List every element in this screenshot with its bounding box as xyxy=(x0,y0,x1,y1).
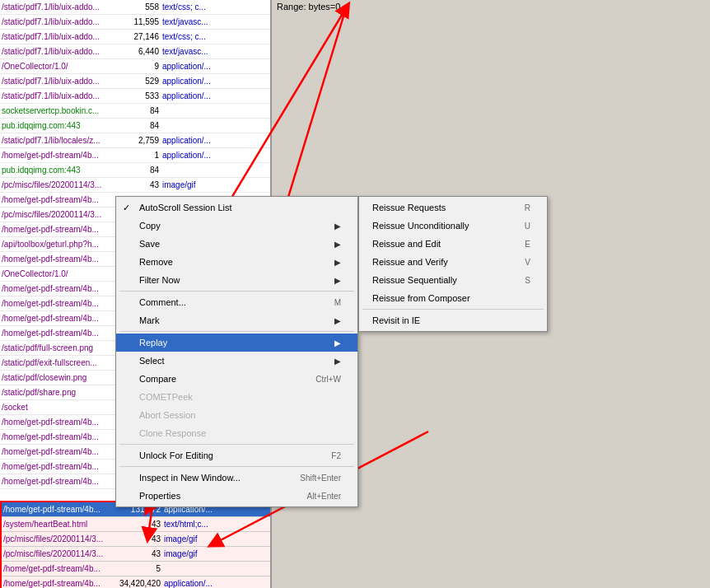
url-cell: /home/get-pdf-stream/4b... xyxy=(2,477,117,486)
shortcut-label: Ctrl+W xyxy=(315,375,341,384)
size-cell: 9 xyxy=(117,62,162,71)
table-row[interactable]: /static/pdf7.1/lib/uix-addo...529applica… xyxy=(0,74,270,89)
menu-item-copy[interactable]: Copy▶ xyxy=(116,217,357,235)
bottom-table-row[interactable]: /system/heartBeat.html43text/html;c... xyxy=(2,517,270,532)
type-cell: image/gif xyxy=(164,534,246,544)
menu-item-label: Abort Session xyxy=(139,410,195,420)
menu-item-compare[interactable]: CompareCtrl+W xyxy=(116,370,357,388)
submenu-item-reissue-and-verify[interactable]: Reissue and VerifyV xyxy=(359,253,547,271)
size-cell: 43 xyxy=(119,534,164,544)
submenu-shortcut-label: U xyxy=(525,222,530,231)
url-cell: /OneCollector/1.0/ xyxy=(2,62,117,71)
bottom-table-row[interactable]: /pc/misc/files/20200114/3...43image/gif xyxy=(2,532,270,547)
submenu-item-label: Revisit in IE xyxy=(372,315,420,325)
submenu-item-reissue-and-edit[interactable]: Reissue and EditE xyxy=(359,235,547,253)
checkmark-icon: ✓ xyxy=(123,203,130,213)
submenu-item-reissue-sequentially[interactable]: Reissue SequentiallyS xyxy=(359,271,547,289)
shortcut-label: F2 xyxy=(331,451,341,460)
submenu-item-reissue-from-composer[interactable]: Reissue from Composer xyxy=(359,289,547,307)
table-row[interactable]: socketservertcp.bookin.c...84 xyxy=(0,104,270,119)
url-cell: socketservertcp.bookin.c... xyxy=(2,106,117,115)
table-row[interactable]: /static/pdf7.1/lib/uix-addo...27,146text… xyxy=(0,30,270,44)
highlighted-rows-box: /home/get-pdf-stream/4b...131,072applica… xyxy=(0,501,272,588)
type-cell: text/html;c... xyxy=(164,520,246,529)
size-cell: 6,440 xyxy=(117,47,162,56)
menu-item-unlock-for-editing[interactable]: Unlock For EditingF2 xyxy=(116,446,357,464)
table-row[interactable]: /static/pdf7.1/lib/uix-addo...533applica… xyxy=(0,89,270,104)
url-cell: /home/get-pdf-stream/4b... xyxy=(3,579,119,588)
menu-item-label: Filter Now xyxy=(139,275,180,285)
size-cell: 27,146 xyxy=(117,32,162,41)
table-row[interactable]: pub.idqqimg.com:44384 xyxy=(0,163,270,178)
size-cell: 84 xyxy=(117,166,162,175)
menu-item-label: COMETPeek xyxy=(139,392,193,402)
type-cell: text/css; c... xyxy=(162,2,245,12)
shortcut-label: Shift+Enter xyxy=(300,474,341,483)
submenu-arrow-icon: ▶ xyxy=(334,276,341,285)
size-cell: 34,420,420 xyxy=(119,579,164,588)
menu-item-select[interactable]: Select▶ xyxy=(116,352,357,370)
menu-separator xyxy=(119,331,354,332)
menu-item-replay[interactable]: Replay▶ xyxy=(116,334,357,352)
url-cell: /pc/misc/files/20200114/3... xyxy=(3,534,119,544)
table-row[interactable]: /pc/misc/files/20200114/3...43image/gif xyxy=(0,178,270,193)
replay-submenu[interactable]: Reissue RequestsRReissue Unconditionally… xyxy=(358,196,548,332)
size-cell: 84 xyxy=(117,106,162,115)
submenu-separator xyxy=(362,309,544,310)
table-row[interactable]: /OneCollector/1.0/9application/... xyxy=(0,59,270,74)
size-cell: 2,759 xyxy=(117,136,162,145)
url-cell: /OneCollector/1.0/ xyxy=(2,269,117,278)
menu-item-mark[interactable]: Mark▶ xyxy=(116,311,357,329)
menu-item-label: Comment... xyxy=(139,297,186,307)
menu-item-filter-now[interactable]: Filter Now▶ xyxy=(116,271,357,289)
bottom-table-row[interactable]: /home/get-pdf-stream/4b...5 xyxy=(2,562,270,576)
menu-item-inspect-in-new-window[interactable]: Inspect in New Window...Shift+Enter xyxy=(116,469,357,487)
submenu-item-reissue-unconditionally[interactable]: Reissue UnconditionallyU xyxy=(359,217,547,235)
submenu-item-label: Reissue and Edit xyxy=(372,239,441,249)
size-cell: 84 xyxy=(117,121,162,130)
menu-item-autoscroll-session-list[interactable]: ✓AutoScroll Session List xyxy=(116,198,357,217)
type-cell: image/gif xyxy=(164,549,246,558)
url-cell: /socket xyxy=(2,403,117,412)
menu-item-abort-session: Abort Session xyxy=(116,406,357,424)
table-row[interactable]: /static/pdf7.1/lib/locales/z...2,759appl… xyxy=(0,133,270,148)
table-row[interactable]: pub.idqqimg.com:44384 xyxy=(0,119,270,133)
submenu-item-revisit-in-ie[interactable]: Revisit in IE xyxy=(359,311,547,329)
submenu-item-label: Reissue Unconditionally xyxy=(372,221,469,231)
size-cell: 529 xyxy=(117,77,162,86)
url-cell: /static/pdf/exit-fullscreen... xyxy=(2,358,117,367)
size-cell: 533 xyxy=(117,91,162,100)
context-menu[interactable]: ✓AutoScroll Session ListCopy▶Save▶Remove… xyxy=(115,196,358,507)
menu-item-remove[interactable]: Remove▶ xyxy=(116,253,357,271)
menu-item-label: Compare xyxy=(139,374,176,384)
submenu-item-label: Reissue and Verify xyxy=(372,257,448,267)
url-cell: /home/get-pdf-stream/4b... xyxy=(2,284,117,293)
submenu-item-reissue-requests[interactable]: Reissue RequestsR xyxy=(359,198,547,217)
url-cell: /home/get-pdf-stream/4b... xyxy=(3,505,119,514)
bottom-table-row[interactable]: /home/get-pdf-stream/4b...34,420,420appl… xyxy=(2,576,270,588)
url-cell: /api/toolbox/geturl.php?h... xyxy=(2,240,117,249)
size-cell: 11,595 xyxy=(117,17,162,26)
submenu-item-label: Reissue Sequentially xyxy=(372,275,457,285)
submenu-shortcut-label: S xyxy=(525,276,530,285)
menu-item-comment[interactable]: Comment...M xyxy=(116,293,357,311)
menu-item-properties[interactable]: PropertiesAlt+Enter xyxy=(116,487,357,505)
menu-separator xyxy=(119,466,354,467)
url-cell: /static/pdf/full-screen.png xyxy=(2,343,117,352)
submenu-arrow-icon: ▶ xyxy=(334,258,341,267)
table-row[interactable]: /static/pdf7.1/lib/uix-addo...558text/cs… xyxy=(0,0,270,15)
table-row[interactable]: /static/pdf7.1/lib/uix-addo...6,440text/… xyxy=(0,44,270,59)
url-cell: /home/get-pdf-stream/4b... xyxy=(2,151,117,160)
url-cell: pub.idqqimg.com:443 xyxy=(2,121,117,130)
bottom-table-row[interactable]: /pc/misc/files/20200114/3...43image/gif xyxy=(2,547,270,562)
url-cell: /static/pdf7.1/lib/uix-addo... xyxy=(2,2,117,12)
menu-item-label: Replay xyxy=(139,338,167,348)
menu-item-save[interactable]: Save▶ xyxy=(116,235,357,253)
submenu-item-label: Reissue Requests xyxy=(372,203,446,212)
menu-separator xyxy=(119,444,354,445)
submenu-shortcut-label: R xyxy=(525,203,530,212)
url-cell: /home/get-pdf-stream/4b... xyxy=(2,225,117,234)
table-row[interactable]: /static/pdf7.1/lib/uix-addo...11,595text… xyxy=(0,15,270,30)
table-row[interactable]: /home/get-pdf-stream/4b...1application/.… xyxy=(0,148,270,163)
submenu-arrow-icon: ▶ xyxy=(334,357,341,366)
